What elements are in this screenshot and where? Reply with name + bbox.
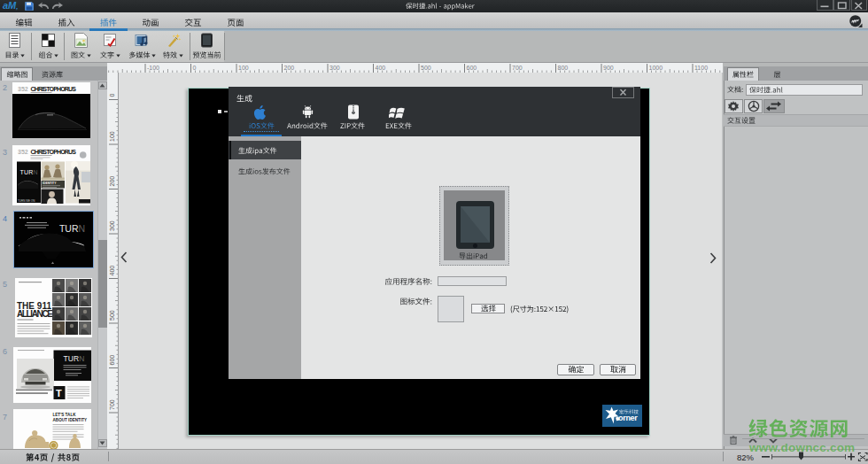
svg-text:600: 600 bbox=[467, 65, 477, 71]
svg-text:ABOUT IDENTITY: ABOUT IDENTITY bbox=[53, 418, 88, 422]
svg-text:500: 500 bbox=[109, 310, 115, 321]
svg-text:TURN: TURN bbox=[59, 222, 85, 233]
svg-text:352: 352 bbox=[18, 86, 28, 92]
svg-text:100: 100 bbox=[238, 65, 249, 71]
svg-text:CHRISTOPHORUS: CHRISTOPHORUS bbox=[31, 86, 77, 92]
svg-text:200: 200 bbox=[284, 65, 295, 71]
svg-text:700: 700 bbox=[512, 65, 523, 71]
svg-text:TURN: TURN bbox=[20, 169, 38, 175]
svg-text:CHRISTOPHORUS: CHRISTOPHORUS bbox=[31, 149, 77, 155]
svg-text:200: 200 bbox=[109, 176, 115, 187]
svg-text:352: 352 bbox=[18, 149, 28, 155]
svg-text:700: 700 bbox=[109, 399, 115, 410]
svg-text:1100: 1100 bbox=[694, 65, 708, 71]
svg-text:800: 800 bbox=[558, 65, 569, 71]
svg-text:IDENTITY: IDENTITY bbox=[43, 182, 57, 185]
svg-text:900: 900 bbox=[603, 65, 614, 71]
svg-text:0: 0 bbox=[193, 65, 197, 71]
svg-text:400: 400 bbox=[109, 266, 115, 276]
svg-text:-100: -100 bbox=[147, 65, 159, 71]
svg-text:500: 500 bbox=[421, 65, 431, 71]
svg-text:1000: 1000 bbox=[649, 65, 663, 71]
svg-text:T: T bbox=[56, 388, 62, 398]
svg-text:100: 100 bbox=[109, 131, 115, 142]
svg-text:600: 600 bbox=[109, 355, 115, 366]
svg-text:ALLIANCE: ALLIANCE bbox=[17, 309, 53, 319]
svg-text:0: 0 bbox=[109, 94, 115, 97]
svg-text:TURN WE ON: TURN WE ON bbox=[18, 199, 35, 203]
svg-text:300: 300 bbox=[109, 220, 115, 231]
svg-text:LET'S TALK: LET'S TALK bbox=[53, 413, 77, 417]
svg-text:400: 400 bbox=[376, 65, 386, 71]
svg-text:300: 300 bbox=[329, 65, 340, 71]
svg-text:TURN: TURN bbox=[64, 354, 85, 363]
